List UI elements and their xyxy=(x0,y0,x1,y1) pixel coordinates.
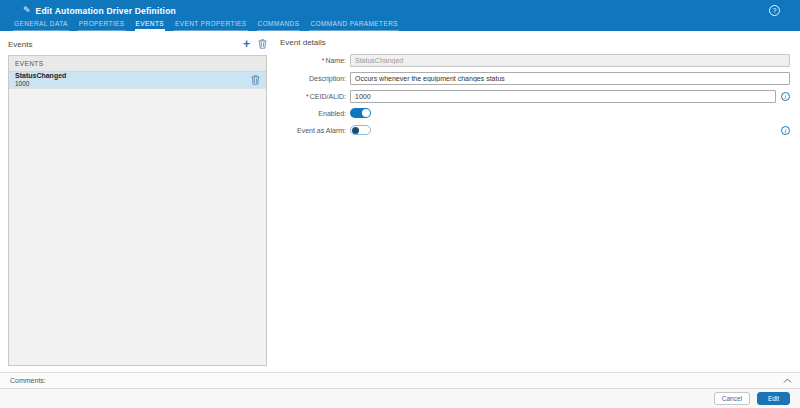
events-list-header: EVENTS xyxy=(9,56,266,72)
event-list-item-statuschanged[interactable]: StatusChanged 1000 xyxy=(9,72,266,89)
events-panel: Events + EVENTS StatusChanged 1000 xyxy=(8,38,267,366)
help-icon[interactable]: ? xyxy=(769,5,780,16)
add-event-icon[interactable]: + xyxy=(243,39,250,49)
description-label: Description: xyxy=(280,75,346,82)
events-list: EVENTS StatusChanged 1000 xyxy=(8,55,267,366)
app-header: ✎ Edit Automation Driver Definition ? GE… xyxy=(0,0,800,31)
collapse-chevron-icon[interactable] xyxy=(783,378,792,384)
event-id: 1000 xyxy=(15,80,251,87)
cancel-button[interactable]: Cancel xyxy=(714,392,750,405)
tab-general-data[interactable]: GENERAL DATA xyxy=(13,20,69,31)
tab-events[interactable]: EVENTS xyxy=(135,20,165,31)
tab-event-properties[interactable]: EVENT PROPERTIES xyxy=(174,20,248,31)
enabled-label: Enabled: xyxy=(280,110,346,117)
comments-section: Comments: xyxy=(0,372,800,389)
tab-commands[interactable]: COMMANDS xyxy=(257,20,301,31)
tab-bar: GENERAL DATA PROPERTIES EVENTS EVENT PRO… xyxy=(0,17,800,31)
event-details-panel: Event details *Name: Description: *CEID/… xyxy=(280,38,790,142)
action-footer: Cancel Edit xyxy=(0,389,800,408)
name-field xyxy=(350,54,790,67)
row-delete-icon[interactable] xyxy=(251,75,260,85)
required-marker: * xyxy=(322,57,325,64)
ceid-info-icon[interactable]: i xyxy=(781,92,790,101)
event-as-alarm-toggle[interactable] xyxy=(350,125,371,135)
alarm-info-icon[interactable]: i xyxy=(781,126,790,135)
event-as-alarm-label: Event as Alarm: xyxy=(280,127,346,134)
ceid-alid-field[interactable] xyxy=(350,90,776,103)
toggle-knob xyxy=(352,127,359,134)
edit-pencil-icon: ✎ xyxy=(23,6,31,15)
event-details-title: Event details xyxy=(280,38,790,47)
description-field[interactable] xyxy=(350,72,790,85)
tab-properties[interactable]: PROPERTIES xyxy=(78,20,126,31)
name-label: *Name: xyxy=(280,57,346,64)
event-name: StatusChanged xyxy=(15,72,251,80)
main-content: Events + EVENTS StatusChanged 1000 xyxy=(0,31,800,372)
events-panel-title: Events xyxy=(8,40,243,49)
enabled-toggle[interactable] xyxy=(350,108,371,118)
required-marker: * xyxy=(306,93,309,100)
tab-command-parameters[interactable]: COMMAND PARAMETERS xyxy=(309,20,399,31)
comments-label: Comments: xyxy=(10,377,783,384)
page-title: Edit Automation Driver Definition xyxy=(36,6,769,16)
edit-button[interactable]: Edit xyxy=(757,392,790,405)
ceid-alid-label: *CEID/ALID: xyxy=(280,93,346,100)
toggle-knob xyxy=(362,109,370,117)
delete-event-icon[interactable] xyxy=(258,39,267,49)
